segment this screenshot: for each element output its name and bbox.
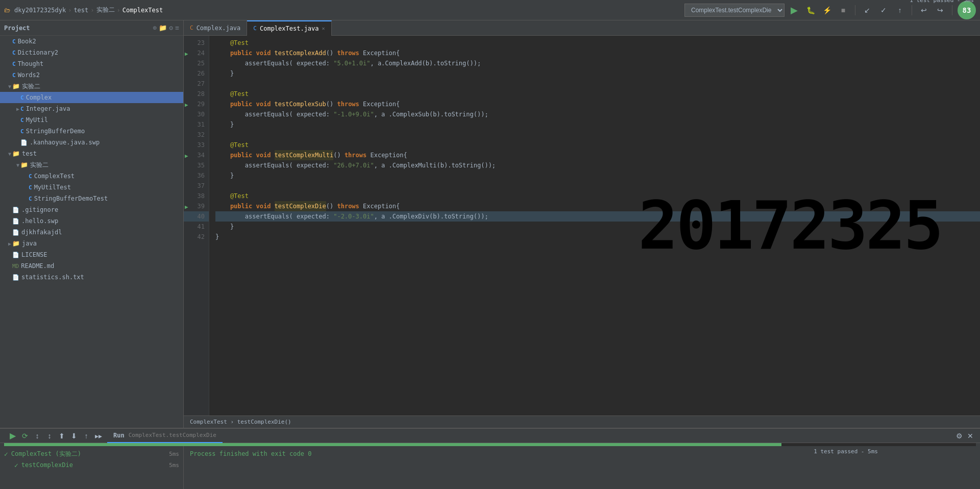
sidebar-item-stringbuffer[interactable]: C StringBufferDemo bbox=[0, 126, 183, 137]
sidebar-item-dictionary2[interactable]: C Dictionary2 bbox=[0, 47, 183, 58]
code-line-42: } bbox=[215, 232, 980, 242]
code-line-33: @Test bbox=[215, 140, 980, 150]
coverage-button[interactable]: ⚡ bbox=[820, 4, 834, 17]
code-editor[interactable]: 23 ▶24 25 26 27 28 ▶29 30 31 32 33 bbox=[184, 36, 980, 415]
sidebar-item-java-folder[interactable]: ▶ 📁 java bbox=[0, 238, 183, 249]
tab-complex-java[interactable]: C Complex.java bbox=[184, 20, 247, 36]
run-button[interactable]: ▶ bbox=[788, 4, 801, 17]
line-25: 25 bbox=[184, 58, 209, 68]
tabs-bar: C Complex.java C ComplexTest.java ✕ bbox=[184, 20, 980, 36]
line-numbers: 23 ▶24 25 26 27 28 ▶29 30 31 32 33 bbox=[184, 36, 209, 415]
run-play-button[interactable]: ▶ bbox=[7, 430, 18, 442]
line-39: ▶39 bbox=[184, 201, 209, 211]
forward-button[interactable]: ▸▸ bbox=[93, 430, 104, 442]
vcs-update[interactable]: ↙ bbox=[861, 4, 874, 17]
sort-icon[interactable]: ≡ bbox=[175, 24, 179, 32]
sidebar-item-complextest[interactable]: C ComplexTest bbox=[0, 170, 183, 182]
settings-icon[interactable]: ⚙ bbox=[169, 24, 173, 32]
run-gutter-icon-3[interactable]: ▶ bbox=[185, 151, 188, 161]
line-42: 42 bbox=[184, 232, 209, 242]
top-bar: 🗁 dky20172325dyk › test › 实验二 › ComplexT… bbox=[0, 0, 980, 20]
sidebar-item-stringbuffertest[interactable]: C StringBufferDemoTest bbox=[0, 193, 183, 204]
vcs-push[interactable]: ↑ bbox=[893, 4, 906, 17]
sidebar-item-thought[interactable]: C Thought bbox=[0, 58, 183, 69]
sidebar-item-shiyan2-folder[interactable]: ▼ 📁 实验二 bbox=[0, 81, 183, 92]
sidebar-label: Words2 bbox=[18, 71, 40, 79]
sidebar-label: StringBufferDemo bbox=[26, 128, 85, 135]
run-config-select[interactable]: ComplexTest.testComplexDie bbox=[684, 4, 785, 17]
code-line-37 bbox=[215, 181, 980, 191]
sidebar-header: Project ⊕ 📁 ⚙ ≡ bbox=[0, 20, 183, 36]
sidebar-label: 实验二 bbox=[30, 161, 48, 169]
bottom-panel-right: ⚙ ✕ bbox=[953, 430, 976, 442]
add-folder-icon[interactable]: 📁 bbox=[159, 24, 167, 32]
sidebar-label: djkhfakajdl bbox=[21, 229, 62, 236]
sidebar-item-myutiltest[interactable]: C MyUtilTest bbox=[0, 182, 183, 193]
c-icon: C bbox=[12, 61, 16, 67]
redo-button[interactable]: ↪ bbox=[934, 4, 947, 17]
bottom-tab-run[interactable]: Run ComplexTest.testComplexDie bbox=[107, 429, 223, 443]
chevron-down-icon: ▼ bbox=[8, 151, 11, 157]
run-gutter-icon-4[interactable]: ▶ bbox=[185, 202, 188, 212]
console-output: Process finished with exit code 0 bbox=[190, 450, 311, 457]
undo-button[interactable]: ↩ bbox=[917, 4, 930, 17]
line-27: 27 bbox=[184, 79, 209, 89]
tab-label: Complex.java bbox=[197, 25, 241, 32]
run-tab-config: ComplexTest.testComplexDie bbox=[129, 432, 216, 438]
expand-all-button[interactable]: ⬆ bbox=[56, 430, 67, 442]
c-icon: C bbox=[20, 106, 24, 112]
rerun-button[interactable]: ⟳ bbox=[19, 430, 31, 442]
sort-alpha-button[interactable]: ↕ bbox=[32, 430, 43, 442]
chevron-down-icon: ▼ bbox=[16, 162, 19, 168]
add-file-icon[interactable]: ⊕ bbox=[153, 24, 157, 32]
sidebar-item-readme[interactable]: MD README.md bbox=[0, 260, 183, 272]
sidebar-label: .kanhaoyue.java.swp bbox=[30, 139, 100, 146]
sidebar-item-integer[interactable]: ▶ C Integer.java bbox=[0, 103, 183, 114]
bottom-close-icon[interactable]: ✕ bbox=[965, 430, 976, 442]
debug-button[interactable]: 🐛 bbox=[804, 4, 817, 17]
folder-icon: 📁 bbox=[12, 240, 20, 247]
run-gutter-icon-2[interactable]: ▶ bbox=[185, 100, 188, 110]
code-lines: 20172325 @Test public void testComplexAd… bbox=[209, 36, 980, 415]
suite-label: ComplexTest (实验二) bbox=[11, 450, 81, 458]
sidebar-item-words2[interactable]: C Words2 bbox=[0, 69, 183, 81]
sidebar-item-test-shiyan2-folder[interactable]: ▼ 📁 实验二 bbox=[0, 159, 183, 170]
code-line-28: @Test bbox=[215, 89, 980, 99]
file-icon: 📄 bbox=[12, 229, 19, 236]
sidebar-item-myutil[interactable]: C MyUtil bbox=[0, 114, 183, 126]
sidebar-item-test-folder[interactable]: ▼ 📁 test bbox=[0, 148, 183, 159]
bottom-settings-icon[interactable]: ⚙ bbox=[953, 430, 965, 442]
sidebar-item-statistics[interactable]: 📄 statistics.sh.txt bbox=[0, 272, 183, 283]
sidebar-label: Dictionary2 bbox=[18, 49, 58, 56]
sidebar-label: README.md bbox=[21, 262, 54, 270]
sidebar-item-complex[interactable]: C Complex bbox=[0, 92, 183, 103]
sidebar-item-book2[interactable]: C Book2 bbox=[0, 36, 183, 47]
tab-complextest-java[interactable]: C ComplexTest.java ✕ bbox=[247, 20, 331, 36]
sidebar-label: Thought bbox=[18, 60, 44, 67]
sidebar-label: 实验二 bbox=[22, 82, 40, 91]
line-33: 33 bbox=[184, 140, 209, 150]
test-result-method[interactable]: ✓ testComplexDie 5ms bbox=[0, 459, 183, 471]
c-icon: C bbox=[20, 94, 24, 101]
test-result-suite[interactable]: ✓ ComplexTest (实验二) 5ms bbox=[0, 448, 183, 459]
vcs-commit[interactable]: ✓ bbox=[877, 4, 890, 17]
method-time: 5ms bbox=[169, 462, 179, 469]
sort-duration-button[interactable]: ↕ bbox=[44, 430, 55, 442]
collapse-all-button[interactable]: ⬇ bbox=[68, 430, 80, 442]
c-icon: C bbox=[12, 38, 16, 45]
code-line-26: } bbox=[215, 68, 980, 79]
tab-close-icon[interactable]: ✕ bbox=[322, 26, 325, 31]
bottom-content: 1 test passed - 5ms ✓ ComplexTest (实验二) … bbox=[0, 446, 980, 489]
stop-button[interactable]: ■ bbox=[837, 4, 850, 17]
sidebar-item-hello-swp[interactable]: 📄 .hello.swp bbox=[0, 215, 183, 227]
code-line-23: @Test bbox=[215, 38, 980, 48]
sidebar-item-gitignore[interactable]: 📄 .gitignore bbox=[0, 204, 183, 215]
scroll-top-button[interactable]: ↑ bbox=[81, 430, 92, 442]
sidebar-item-license[interactable]: 📄 LICENSE bbox=[0, 249, 183, 260]
sidebar-label: .gitignore bbox=[21, 206, 58, 213]
sidebar-item-swp[interactable]: 📄 .kanhaoyue.java.swp bbox=[0, 137, 183, 148]
run-gutter-icon[interactable]: ▶ bbox=[185, 49, 188, 59]
separator-3 bbox=[952, 5, 952, 15]
sidebar-item-djkh[interactable]: 📄 djkhfakajdl bbox=[0, 227, 183, 238]
code-line-30: assertEquals( expected: "-1.0+9.0i", a .… bbox=[215, 109, 980, 119]
